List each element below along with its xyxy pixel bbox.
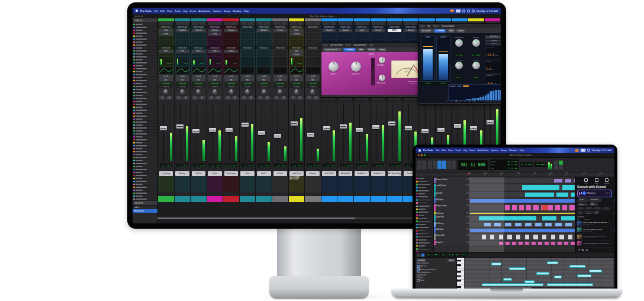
send-slot[interactable]: Verb xyxy=(208,50,222,53)
menu-item-window[interactable]: Window xyxy=(233,9,242,12)
solo-button[interactable]: S xyxy=(273,96,279,100)
main-counter[interactable]: 30| 1| 000 xyxy=(458,160,488,170)
hist-button-60-sec[interactable]: 60 SEC xyxy=(449,85,456,87)
send-level-mini[interactable]: -10.5 xyxy=(290,57,304,66)
strip-mini-controls[interactable] xyxy=(305,21,321,25)
track-header[interactable]: Keys Pad xyxy=(434,215,470,221)
mixer-channel-strip[interactable]: INSERTS A-EChannelCompSENDS A-EVerb-11.0… xyxy=(207,18,224,202)
audio-clip[interactable] xyxy=(525,242,529,245)
knob-character[interactable]: CHARACTER0.0 % xyxy=(450,59,467,81)
audio-clip[interactable] xyxy=(525,235,529,239)
solo-button[interactable]: S xyxy=(257,96,263,100)
mc77-plugin-selector[interactable]: Purple Audio MC77 xyxy=(323,48,342,52)
volume-fader[interactable] xyxy=(372,125,379,129)
volume-fader[interactable] xyxy=(388,121,395,126)
back-icon[interactable]: ‹ xyxy=(577,180,578,182)
solo-button[interactable]: S xyxy=(192,96,198,100)
pan-knob[interactable] xyxy=(245,89,250,94)
audio-clip[interactable] xyxy=(565,223,572,226)
send-slot[interactable] xyxy=(257,50,271,53)
send-slot[interactable]: Verb xyxy=(176,50,189,53)
send-level-mini[interactable]: -8.6 xyxy=(224,57,238,66)
send-level-mini[interactable] xyxy=(241,57,255,66)
input-path-selector[interactable]: In 1-2 xyxy=(306,75,320,78)
pan-knob[interactable] xyxy=(180,89,185,94)
input-path-selector[interactable]: In 1-2 xyxy=(159,75,173,78)
output-path-selector[interactable]: Mix xyxy=(192,78,205,81)
insert-slot[interactable] xyxy=(306,40,320,43)
menu-item-audiosuite[interactable]: AudioSuite xyxy=(198,9,210,12)
insert-slot[interactable] xyxy=(208,43,222,46)
volume-fader[interactable] xyxy=(242,123,249,127)
quantize-option[interactable]: What to Quantize xyxy=(417,262,455,264)
track-name-plate[interactable]: VoxSlides 2 xyxy=(371,171,385,176)
result-menu-icon[interactable]: ⋮ xyxy=(610,236,612,238)
filter-chip-drums[interactable]: Drums ⌄ xyxy=(577,198,588,202)
knob-control[interactable] xyxy=(472,62,480,69)
automation-mode[interactable]: auto read xyxy=(306,82,320,85)
edit-tracks-list[interactable] xyxy=(416,177,434,252)
insert-slot[interactable] xyxy=(257,40,271,43)
apply-button[interactable]: Apply xyxy=(447,259,455,262)
insert-slot[interactable] xyxy=(159,36,173,39)
mixer-channel-strip[interactable]: INSERTS A-EOneBandSENDS A-EVerb-9.4In 1-… xyxy=(175,18,191,202)
input-path-selector[interactable]: In 1-2 xyxy=(208,75,222,78)
prolimiter-safe-button[interactable]: SAFE xyxy=(447,29,455,33)
send-slot[interactable] xyxy=(257,53,271,56)
menu-item-file[interactable]: File xyxy=(154,9,158,12)
audio-clip[interactable] xyxy=(551,235,555,239)
knob-control[interactable] xyxy=(472,39,480,47)
group-assign[interactable]: no group xyxy=(306,85,320,88)
insert-slot[interactable]: Comp xyxy=(355,29,369,32)
audio-clip[interactable] xyxy=(542,235,546,239)
send-slot[interactable]: Delay 2 xyxy=(224,50,238,53)
screen-record-badge[interactable] xyxy=(575,149,579,152)
menu-item-pro-tools[interactable]: Pro Tools xyxy=(140,9,152,12)
audio-clip[interactable] xyxy=(545,223,552,226)
volume-fader[interactable] xyxy=(192,129,199,133)
solo-button[interactable]: S xyxy=(176,96,182,100)
audio-clip[interactable] xyxy=(548,205,553,210)
mixer-channel-strip[interactable]: INSERTS A-EChannelSENDS A-EDelay 2-8.6In… xyxy=(223,18,240,202)
menu-item-setup[interactable]: Setup xyxy=(224,9,230,12)
quantize-option[interactable]: Preserve note duration xyxy=(417,268,455,271)
midi-toolbar-lcd[interactable]: 0| 0| 240 xyxy=(447,253,459,257)
midi-note[interactable] xyxy=(503,278,512,281)
midi-note-grid[interactable] xyxy=(464,258,614,289)
insert-slot[interactable] xyxy=(273,40,287,43)
audio-clip[interactable] xyxy=(533,235,537,239)
track-comments[interactable] xyxy=(321,176,337,193)
strip-mini-controls[interactable] xyxy=(223,21,239,25)
menu-item-view[interactable]: View xyxy=(448,149,453,152)
menu-item-view[interactable]: View xyxy=(167,9,172,12)
track-comments[interactable] xyxy=(337,176,353,193)
insert-slot[interactable] xyxy=(192,40,205,43)
output-path-selector[interactable]: Mix xyxy=(176,78,189,81)
insert-slot[interactable]: EQ3 xyxy=(159,29,173,32)
track-comments[interactable] xyxy=(158,176,174,193)
track-comments[interactable] xyxy=(240,176,256,193)
track-name-plate[interactable]: AGQntWrk xyxy=(339,171,353,176)
play-icon[interactable]: ▶ xyxy=(582,248,584,251)
volume-fader[interactable] xyxy=(307,133,314,137)
mc77-ratio-switch[interactable] xyxy=(371,58,375,85)
wifi-icon[interactable] xyxy=(462,9,465,12)
skip-back-icon[interactable]: ⏮ xyxy=(578,248,581,251)
result-menu-icon[interactable]: ⋮ xyxy=(610,242,612,245)
track-header[interactable]: Vox Dbl xyxy=(434,191,470,197)
insert-slot[interactable] xyxy=(273,36,287,39)
track-name-plate[interactable]: Don't Walk xyxy=(322,171,336,176)
prolimiter-plugin-selector[interactable]: Pro Limiter xyxy=(420,29,433,33)
screen-record-badge[interactable] xyxy=(450,9,454,12)
filter-chip-genres[interactable]: Genres ⌄ xyxy=(577,203,588,206)
tag-chip-house[interactable]: House xyxy=(603,207,610,210)
quantize-option[interactable]: 1/16 note xyxy=(417,277,455,278)
swap-icon[interactable]: ⇄ xyxy=(606,192,608,194)
solo-button[interactable]: S xyxy=(225,96,231,100)
mute-button[interactable]: M xyxy=(281,96,286,100)
audio-clip[interactable] xyxy=(505,242,510,245)
insert-slot[interactable]: Channel xyxy=(339,29,352,32)
midi-note[interactable] xyxy=(509,267,525,270)
audio-clip[interactable] xyxy=(532,242,536,245)
eq-curve-thumbnail[interactable] xyxy=(241,67,255,74)
